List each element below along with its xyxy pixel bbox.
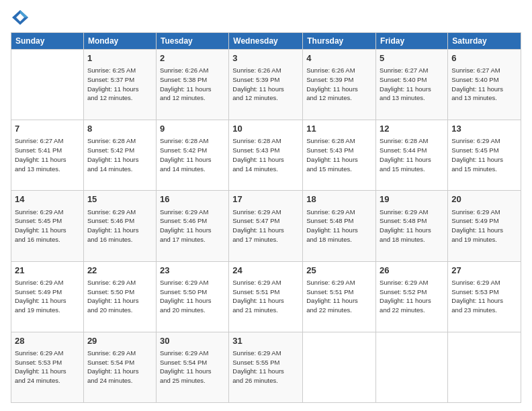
calendar-cell: 25Sunrise: 6:29 AM Sunset: 5:51 PM Dayli…: [303, 261, 376, 332]
calendar-cell: 9Sunrise: 6:28 AM Sunset: 5:42 PM Daylig…: [156, 120, 228, 191]
cell-info: Sunrise: 6:26 AM Sunset: 5:38 PM Dayligh…: [160, 66, 225, 103]
logo-icon: [11, 8, 30, 27]
calendar-cell: 8Sunrise: 6:28 AM Sunset: 5:42 PM Daylig…: [83, 120, 156, 191]
cell-info: Sunrise: 6:27 AM Sunset: 5:40 PM Dayligh…: [451, 66, 517, 103]
cell-info: Sunrise: 6:29 AM Sunset: 5:53 PM Dayligh…: [15, 349, 80, 385]
cell-info: Sunrise: 6:29 AM Sunset: 5:46 PM Dayligh…: [87, 208, 152, 244]
day-header-tuesday: Tuesday: [156, 33, 228, 50]
calendar-cell: [11, 50, 84, 120]
cell-date: 22: [87, 265, 152, 277]
calendar-cell: 7Sunrise: 6:27 AM Sunset: 5:41 PM Daylig…: [11, 120, 84, 191]
header-row: SundayMondayTuesdayWednesdayThursdayFrid…: [11, 33, 521, 50]
calendar-cell: [376, 332, 448, 402]
calendar-cell: 21Sunrise: 6:29 AM Sunset: 5:49 PM Dayli…: [11, 261, 84, 332]
week-row-3: 14Sunrise: 6:29 AM Sunset: 5:45 PM Dayli…: [11, 191, 521, 261]
cell-date: 14: [15, 193, 80, 205]
cell-info: Sunrise: 6:29 AM Sunset: 5:51 PM Dayligh…: [306, 278, 372, 315]
cell-date: 27: [451, 265, 517, 277]
cell-date: 28: [15, 335, 80, 347]
header: [11, 8, 521, 27]
cell-info: Sunrise: 6:29 AM Sunset: 5:46 PM Dayligh…: [160, 208, 225, 244]
cell-date: 21: [15, 265, 80, 277]
cell-info: Sunrise: 6:28 AM Sunset: 5:42 PM Dayligh…: [160, 136, 225, 173]
calendar-cell: 5Sunrise: 6:27 AM Sunset: 5:40 PM Daylig…: [376, 50, 448, 120]
calendar-cell: 10Sunrise: 6:28 AM Sunset: 5:43 PM Dayli…: [229, 120, 303, 191]
cell-date: 5: [380, 52, 444, 64]
day-header-saturday: Saturday: [448, 33, 521, 50]
cell-info: Sunrise: 6:29 AM Sunset: 5:51 PM Dayligh…: [232, 278, 299, 315]
cell-info: Sunrise: 6:27 AM Sunset: 5:41 PM Dayligh…: [15, 136, 80, 173]
cell-date: 19: [380, 193, 444, 205]
cell-date: 30: [160, 335, 225, 347]
calendar-cell: 29Sunrise: 6:29 AM Sunset: 5:54 PM Dayli…: [83, 332, 156, 402]
cell-date: 11: [306, 123, 372, 135]
cell-info: Sunrise: 6:29 AM Sunset: 5:48 PM Dayligh…: [380, 208, 444, 244]
calendar-cell: 11Sunrise: 6:28 AM Sunset: 5:43 PM Dayli…: [303, 120, 376, 191]
cell-date: 16: [160, 193, 225, 205]
cell-date: 26: [380, 265, 444, 277]
week-row-5: 28Sunrise: 6:29 AM Sunset: 5:53 PM Dayli…: [11, 332, 521, 402]
cell-info: Sunrise: 6:28 AM Sunset: 5:43 PM Dayligh…: [232, 136, 299, 173]
calendar-cell: 30Sunrise: 6:29 AM Sunset: 5:54 PM Dayli…: [156, 332, 228, 402]
calendar-cell: 19Sunrise: 6:29 AM Sunset: 5:48 PM Dayli…: [376, 191, 448, 261]
calendar-cell: 31Sunrise: 6:29 AM Sunset: 5:55 PM Dayli…: [229, 332, 303, 402]
cell-date: 18: [306, 193, 372, 205]
calendar-cell: 16Sunrise: 6:29 AM Sunset: 5:46 PM Dayli…: [156, 191, 228, 261]
calendar-cell: 4Sunrise: 6:26 AM Sunset: 5:39 PM Daylig…: [303, 50, 376, 120]
cell-info: Sunrise: 6:29 AM Sunset: 5:52 PM Dayligh…: [380, 278, 444, 315]
cell-date: 20: [451, 193, 517, 205]
cell-info: Sunrise: 6:29 AM Sunset: 5:55 PM Dayligh…: [232, 349, 299, 385]
calendar-cell: 27Sunrise: 6:29 AM Sunset: 5:53 PM Dayli…: [448, 261, 521, 332]
cell-date: 8: [87, 123, 152, 135]
week-row-1: 1Sunrise: 6:25 AM Sunset: 5:37 PM Daylig…: [11, 50, 521, 120]
cell-date: 4: [306, 52, 372, 64]
cell-info: Sunrise: 6:27 AM Sunset: 5:40 PM Dayligh…: [380, 66, 444, 103]
cell-date: 9: [160, 123, 225, 135]
cell-info: Sunrise: 6:26 AM Sunset: 5:39 PM Dayligh…: [306, 66, 372, 103]
calendar-cell: 18Sunrise: 6:29 AM Sunset: 5:48 PM Dayli…: [303, 191, 376, 261]
cell-info: Sunrise: 6:29 AM Sunset: 5:49 PM Dayligh…: [451, 208, 517, 244]
cell-date: 25: [306, 265, 372, 277]
cell-info: Sunrise: 6:25 AM Sunset: 5:37 PM Dayligh…: [87, 66, 152, 103]
cell-info: Sunrise: 6:28 AM Sunset: 5:44 PM Dayligh…: [380, 136, 444, 173]
cell-info: Sunrise: 6:29 AM Sunset: 5:48 PM Dayligh…: [306, 208, 372, 244]
cell-date: 29: [87, 335, 152, 347]
cell-date: 7: [15, 123, 80, 135]
cell-info: Sunrise: 6:29 AM Sunset: 5:53 PM Dayligh…: [451, 278, 517, 315]
calendar-cell: 12Sunrise: 6:28 AM Sunset: 5:44 PM Dayli…: [376, 120, 448, 191]
calendar-cell: 23Sunrise: 6:29 AM Sunset: 5:50 PM Dayli…: [156, 261, 228, 332]
cell-info: Sunrise: 6:29 AM Sunset: 5:54 PM Dayligh…: [160, 349, 225, 385]
cell-info: Sunrise: 6:28 AM Sunset: 5:42 PM Dayligh…: [87, 136, 152, 173]
cell-date: 12: [380, 123, 444, 135]
calendar-cell: [303, 332, 376, 402]
cell-info: Sunrise: 6:29 AM Sunset: 5:50 PM Dayligh…: [160, 278, 225, 315]
day-header-sunday: Sunday: [11, 33, 84, 50]
day-header-thursday: Thursday: [303, 33, 376, 50]
cell-info: Sunrise: 6:29 AM Sunset: 5:49 PM Dayligh…: [15, 278, 80, 315]
calendar-cell: 28Sunrise: 6:29 AM Sunset: 5:53 PM Dayli…: [11, 332, 84, 402]
cell-date: 24: [232, 265, 299, 277]
cell-date: 17: [232, 193, 299, 205]
calendar-cell: 13Sunrise: 6:29 AM Sunset: 5:45 PM Dayli…: [448, 120, 521, 191]
calendar-cell: 2Sunrise: 6:26 AM Sunset: 5:38 PM Daylig…: [156, 50, 228, 120]
page: SundayMondayTuesdayWednesdayThursdayFrid…: [0, 0, 532, 411]
calendar-cell: 14Sunrise: 6:29 AM Sunset: 5:45 PM Dayli…: [11, 191, 84, 261]
day-header-friday: Friday: [376, 33, 448, 50]
cell-date: 1: [87, 52, 152, 64]
week-row-4: 21Sunrise: 6:29 AM Sunset: 5:49 PM Dayli…: [11, 261, 521, 332]
cell-date: 13: [451, 123, 517, 135]
calendar-cell: 1Sunrise: 6:25 AM Sunset: 5:37 PM Daylig…: [83, 50, 156, 120]
cell-info: Sunrise: 6:29 AM Sunset: 5:54 PM Dayligh…: [87, 349, 152, 385]
cell-date: 6: [451, 52, 517, 64]
cell-date: 15: [87, 193, 152, 205]
cell-date: 3: [232, 52, 299, 64]
calendar-cell: 24Sunrise: 6:29 AM Sunset: 5:51 PM Dayli…: [229, 261, 303, 332]
cell-date: 23: [160, 265, 225, 277]
calendar-table: SundayMondayTuesdayWednesdayThursdayFrid…: [11, 32, 521, 403]
calendar-cell: 6Sunrise: 6:27 AM Sunset: 5:40 PM Daylig…: [448, 50, 521, 120]
calendar-cell: [448, 332, 521, 402]
cell-date: 2: [160, 52, 225, 64]
calendar-cell: 22Sunrise: 6:29 AM Sunset: 5:50 PM Dayli…: [83, 261, 156, 332]
week-row-2: 7Sunrise: 6:27 AM Sunset: 5:41 PM Daylig…: [11, 120, 521, 191]
day-header-monday: Monday: [83, 33, 156, 50]
